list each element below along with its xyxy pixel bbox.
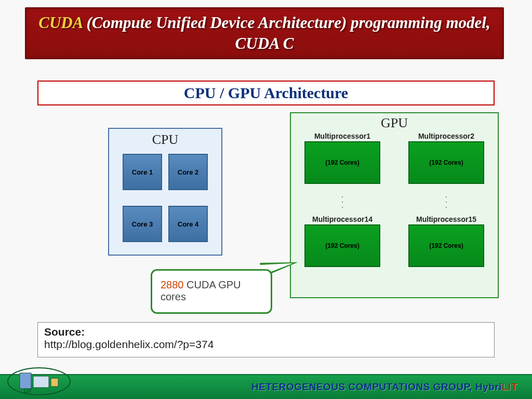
mp-box: (192 Cores) [408, 141, 484, 184]
subheading-box: CPU / GPU Architecture [37, 81, 495, 105]
mp-cell: Multiprocessor2 (192 Cores) [402, 132, 490, 184]
cpu-core: Core 4 [168, 206, 208, 242]
source-label: Source: [44, 326, 488, 338]
mp-box: (192 Cores) [304, 224, 380, 267]
footer-text: HETEROGENEOUS COMPUTATIONS GROUP, HybriL… [251, 381, 517, 393]
source-box: Source: http://blog.goldenhelix.com/?p=3… [37, 322, 495, 357]
cpu-core: Core 3 [123, 206, 162, 242]
mp-cell: Multiprocessor15 (192 Cores) [402, 215, 490, 267]
gpu-label: GPU [291, 115, 498, 131]
mp-cell: Multiprocessor1 (192 Cores) [298, 132, 387, 184]
title-acronym: CUDA [38, 14, 82, 32]
cpu-core: Core 2 [168, 154, 208, 190]
footer-brand-part2: LIT [502, 381, 517, 392]
title-expansion: (Compute Unified Device Architecture) pr… [83, 14, 490, 52]
svg-text:LIT: LIT [24, 388, 32, 394]
cpu-label: CPU [109, 132, 221, 148]
mp-title: Multiprocessor14 [298, 215, 387, 223]
mp-box: (192 Cores) [408, 224, 484, 267]
ellipsis-dots: ... [402, 188, 490, 211]
gpu-block: GPU Multiprocessor1 (192 Cores) Multipro… [290, 112, 499, 298]
subheading-text: CPU / GPU Architecture [184, 84, 348, 102]
callout-number: 2880 [161, 279, 184, 290]
mp-title: Multiprocessor15 [402, 215, 490, 223]
mp-box: (192 Cores) [304, 141, 380, 184]
mp-title: Multiprocessor2 [402, 132, 490, 140]
slide-title: CUDA (Compute Unified Device Architectur… [26, 12, 503, 55]
mp-cell: Multiprocessor14 (192 Cores) [298, 215, 387, 267]
cpu-core-grid: Core 1 Core 2 Core 3 Core 4 [109, 154, 221, 242]
mp-title: Multiprocessor1 [298, 132, 387, 140]
svg-rect-3 [51, 378, 58, 387]
callout-box: 2880 CUDA GPU cores [151, 269, 272, 314]
svg-rect-1 [20, 373, 31, 389]
slide-title-banner: CUDA (Compute Unified Device Architectur… [25, 7, 504, 59]
svg-rect-2 [33, 376, 49, 388]
footer-bar: LIT HETEROGENEOUS COMPUTATIONS GROUP, Hy… [0, 374, 532, 399]
cpu-block: CPU Core 1 Core 2 Core 3 Core 4 [108, 128, 222, 256]
gpu-mp-grid: Multiprocessor1 (192 Cores) Multiprocess… [291, 132, 498, 267]
ellipsis-dots: ... [298, 188, 387, 211]
source-url: http://blog.goldenhelix.com/?p=374 [44, 338, 488, 351]
footer-logo-icon: LIT [5, 366, 73, 397]
cpu-core: Core 1 [123, 154, 162, 190]
footer-brand-part1: Hybri [475, 381, 502, 392]
footer-group: HETEROGENEOUS COMPUTATIONS GROUP, [251, 381, 475, 392]
